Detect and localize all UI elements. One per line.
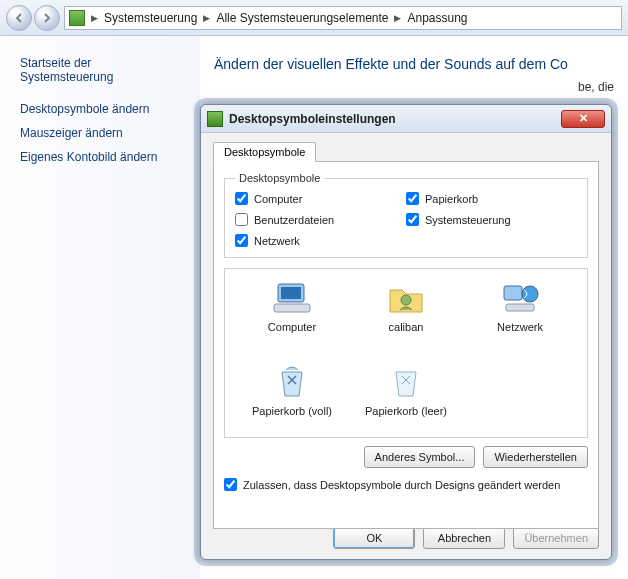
checkbox-label: Papierkorb [425, 193, 478, 205]
checkbox-label: Netzwerk [254, 235, 300, 247]
checkbox-recycle-bin[interactable]: Papierkorb [406, 192, 577, 205]
checkbox-input[interactable] [235, 192, 248, 205]
explorer-navbar: ▶ Systemsteuerung ▶ Alle Systemsteuerung… [0, 0, 628, 36]
apply-button[interactable]: Übernehmen [513, 527, 599, 549]
breadcrumb-item[interactable]: Anpassung [407, 11, 467, 25]
icon-item-computer[interactable]: Computer [237, 279, 347, 359]
dialog-footer: OK Abbrechen Übernehmen [333, 527, 599, 549]
recycle-full-icon [271, 363, 313, 401]
icon-item-recycle-full[interactable]: Papierkorb (voll) [237, 363, 347, 443]
checkbox-allow-themes[interactable]: Zulassen, dass Desktopsymbole durch Desi… [224, 478, 588, 491]
arrow-left-icon [14, 13, 24, 23]
close-icon: ✕ [579, 112, 588, 125]
sidebar-link-mouse-pointer[interactable]: Mauszeiger ändern [20, 126, 188, 140]
breadcrumb-item[interactable]: Alle Systemsteuerungselemente [216, 11, 388, 25]
icon-label: Computer [268, 321, 316, 333]
breadcrumb-item[interactable]: Systemsteuerung [104, 11, 197, 25]
chevron-right-icon: ▶ [201, 13, 212, 23]
sidebar-link-account-picture[interactable]: Eigenes Kontobild ändern [20, 150, 188, 164]
page-subtext: be, die [214, 80, 614, 94]
computer-icon [271, 279, 313, 317]
address-bar[interactable]: ▶ Systemsteuerung ▶ Alle Systemsteuerung… [64, 6, 622, 30]
checkbox-input[interactable] [235, 234, 248, 247]
recycle-empty-icon [385, 363, 427, 401]
control-panel-icon [69, 10, 85, 26]
icon-item-recycle-empty[interactable]: Papierkorb (leer) [351, 363, 461, 443]
network-icon [499, 279, 541, 317]
icon-item-user-folder[interactable]: caliban [351, 279, 461, 359]
checkbox-label: Systemsteuerung [425, 214, 511, 226]
checkbox-computer[interactable]: Computer [235, 192, 406, 205]
checkbox-label: Computer [254, 193, 302, 205]
desktop-icon-settings-dialog: Desktopsymboleinstellungen ✕ Desktopsymb… [200, 104, 612, 560]
svg-rect-1 [281, 287, 301, 299]
cancel-button[interactable]: Abbrechen [423, 527, 505, 549]
checkbox-label: Benutzerdateien [254, 214, 334, 226]
sidebar-link-desktop-icons[interactable]: Desktopsymbole ändern [20, 102, 188, 116]
svg-rect-2 [274, 304, 310, 312]
nav-forward-button[interactable] [34, 5, 60, 31]
checkbox-label: Zulassen, dass Desktopsymbole durch Desi… [243, 479, 560, 491]
page-title: Ändern der visuellen Effekte und der Sou… [214, 56, 614, 72]
icon-preview-list[interactable]: Computer caliban Netzwerk [224, 268, 588, 438]
svg-rect-4 [504, 286, 522, 300]
ok-button[interactable]: OK [333, 527, 415, 549]
checkbox-network[interactable]: Netzwerk [235, 234, 406, 247]
tab-desktop-icons[interactable]: Desktopsymbole [213, 142, 316, 162]
tab-page: Desktopsymbole Computer Benutzerdateien [213, 161, 599, 529]
icon-label: Netzwerk [497, 321, 543, 333]
arrow-right-icon [42, 13, 52, 23]
chevron-right-icon: ▶ [392, 13, 403, 23]
desktop-icons-group: Desktopsymbole Computer Benutzerdateien [224, 172, 588, 258]
dialog-titlebar[interactable]: Desktopsymboleinstellungen ✕ [201, 105, 611, 133]
close-button[interactable]: ✕ [561, 110, 605, 128]
svg-point-3 [401, 295, 411, 305]
checkbox-user-files[interactable]: Benutzerdateien [235, 213, 406, 226]
dialog-app-icon [207, 111, 223, 127]
svg-point-5 [522, 286, 538, 302]
icon-label: Papierkorb (voll) [252, 405, 332, 417]
user-folder-icon [385, 279, 427, 317]
dialog-body: Desktopsymbole Desktopsymbole Computer B… [201, 133, 611, 539]
icon-item-network[interactable]: Netzwerk [465, 279, 575, 359]
icon-label: caliban [389, 321, 424, 333]
dialog-title: Desktopsymboleinstellungen [229, 112, 561, 126]
checkbox-input[interactable] [406, 213, 419, 226]
nav-back-button[interactable] [6, 5, 32, 31]
restore-default-button[interactable]: Wiederherstellen [483, 446, 588, 468]
checkbox-input[interactable] [235, 213, 248, 226]
icon-label: Papierkorb (leer) [365, 405, 447, 417]
sidebar-heading[interactable]: Startseite der Systemsteuerung [20, 56, 188, 84]
checkbox-input[interactable] [406, 192, 419, 205]
checkbox-control-panel[interactable]: Systemsteuerung [406, 213, 577, 226]
sidebar: Startseite der Systemsteuerung Desktopsy… [0, 36, 200, 579]
group-legend: Desktopsymbole [235, 172, 324, 184]
checkbox-input[interactable] [224, 478, 237, 491]
svg-rect-6 [506, 304, 534, 311]
change-icon-button[interactable]: Anderes Symbol... [364, 446, 476, 468]
chevron-right-icon: ▶ [89, 13, 100, 23]
